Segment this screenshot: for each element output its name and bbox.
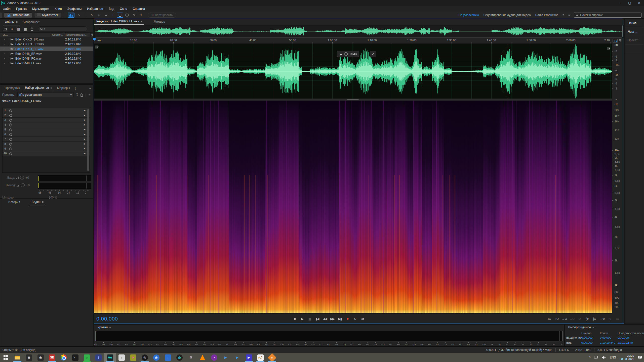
taskbar-audition[interactable]: Au	[104, 353, 116, 362]
stop-button[interactable]: ■	[292, 316, 297, 322]
power-icon[interactable]	[9, 114, 12, 117]
taskbar-media-player-1[interactable]: ◉	[23, 353, 35, 362]
tab-essential-sound[interactable]: Основ	[625, 19, 644, 27]
workspace-menu-icon[interactable]: ≡	[562, 13, 564, 17]
multitrack-button[interactable]: Мультитрек	[34, 12, 61, 18]
zoom-in-at-out-point-button[interactable]: }⊕	[591, 316, 598, 322]
selection-value[interactable]: 0:00.000	[618, 336, 629, 339]
lasso-selection-tool[interactable]: ◯	[124, 13, 130, 18]
tab-effects-rack[interactable]: Набор эффектов≡	[23, 85, 54, 91]
invert-button[interactable]: Инвертировать	[148, 13, 177, 18]
effect-slot[interactable]: 9▶	[3, 146, 90, 151]
notification-icon[interactable]	[638, 356, 642, 359]
effect-slot[interactable]: 1▶	[3, 108, 90, 113]
trash-icon[interactable]	[30, 27, 33, 31]
slot-expand-icon[interactable]: ▶	[84, 147, 86, 150]
overview-waveform[interactable]	[95, 25, 622, 37]
pause-button[interactable]: ▮▮	[307, 316, 312, 322]
spectrogram-display[interactable]	[94, 101, 612, 313]
taskbar-radio-app[interactable]: (о)	[255, 353, 266, 362]
tab-markers[interactable]: Маркеры	[55, 85, 72, 91]
preset-dropdown[interactable]: (По умолчанию)▾	[17, 92, 74, 97]
taskbar-cd-burner[interactable]: ◉	[150, 353, 162, 362]
effect-slot[interactable]: 6▶	[3, 132, 90, 137]
selection-value[interactable]: 2:10:19.840	[600, 341, 615, 344]
open-folder-icon[interactable]	[3, 27, 7, 30]
slot-expand-icon[interactable]: ▶	[84, 152, 86, 155]
slot-expand-icon[interactable]: ▶	[84, 109, 86, 112]
workspace-active[interactable]: По умолчанию	[459, 13, 479, 17]
taskbar-fl-arrow[interactable]: ➤	[127, 353, 139, 362]
slot-expand-icon[interactable]: ▶	[84, 143, 86, 145]
panel-overflow-icon[interactable]: »	[89, 86, 91, 90]
power-icon[interactable]	[9, 147, 12, 150]
slot-expand-icon[interactable]: ▶	[84, 133, 86, 135]
zoom-in-vertical-button[interactable]: ↕⊕	[546, 316, 552, 322]
fast-forward-button[interactable]: ▶▶	[330, 316, 335, 322]
menu-Мультитрек[interactable]: Мультитрек	[29, 6, 52, 12]
row-expander-icon[interactable]: ›	[4, 52, 5, 55]
volume-hud[interactable]: +0 dB	[337, 51, 359, 57]
selection-value[interactable]: 0:00.000	[581, 341, 593, 344]
taskbar-camera-app[interactable]: ◎	[139, 353, 150, 362]
selection-value[interactable]: 0:00.000	[600, 336, 611, 339]
file-row[interactable]: ›Eden.OKKO_FC.wav2:10:19.840	[0, 42, 93, 47]
pin-marker-icon[interactable]	[619, 39, 621, 42]
effects-scrollbar[interactable]	[87, 109, 89, 171]
menu-Эффекты[interactable]: Эффекты	[64, 6, 84, 12]
taskbar-magix-music[interactable]: ♫	[81, 353, 93, 362]
menu-Файл[interactable]: Файл	[0, 6, 13, 12]
new-item-icon[interactable]: ▤	[17, 27, 20, 31]
tab-mixer[interactable]: Микшер	[152, 18, 167, 25]
row-expander-icon[interactable]: ›	[4, 62, 5, 65]
tab-video[interactable]: Видео≡	[30, 199, 46, 205]
waveform-spectrum-divider[interactable]	[94, 99, 612, 101]
power-icon[interactable]	[9, 133, 12, 136]
effect-slot[interactable]: 7▶	[3, 137, 90, 142]
rewind-button[interactable]: ◀◀	[322, 316, 328, 322]
taskbar-sound-forge[interactable]: SE	[46, 353, 58, 362]
levels-title[interactable]: Уровни≡	[96, 325, 113, 330]
zoom-reset-button[interactable]: ⊘	[576, 316, 583, 322]
menu-Окно[interactable]: Окно	[117, 6, 130, 12]
power-icon[interactable]	[9, 109, 12, 112]
taskbar-media-player-2[interactable]: ◉	[35, 353, 46, 362]
ibeam-tool[interactable]: I	[110, 13, 116, 18]
menu-Избранное[interactable]: Избранное	[84, 6, 106, 12]
menu-Клип[interactable]: Клип	[52, 6, 64, 12]
show-spectrum-button[interactable]: ∿	[76, 13, 83, 18]
timeline-ruler[interactable]: чмс 10:0020:0030:0040:0050:001:00:001:10…	[94, 38, 612, 44]
toolbar-grip[interactable]	[1, 13, 2, 18]
skip-frames-button[interactable]: ⇄	[360, 316, 365, 322]
taskbar-score-editor[interactable]: ♪	[116, 353, 127, 362]
tab-clipped[interactable]: (	[73, 85, 78, 91]
close-button[interactable]: ✕	[634, 0, 644, 6]
minimize-button[interactable]: –	[615, 0, 625, 6]
taskbar-audio-tool[interactable]: ◍	[174, 353, 185, 362]
tab-explorer[interactable]: Проводник	[3, 85, 22, 91]
playhead-line[interactable]	[94, 38, 94, 313]
tab-files[interactable]: Файлы≡	[3, 19, 20, 25]
effect-slot[interactable]: 5▶	[3, 127, 90, 132]
delete-preset-icon[interactable]	[80, 93, 83, 97]
taskbar-vegas[interactable]: ▮	[93, 353, 104, 362]
slot-expand-icon[interactable]: ▶	[84, 128, 86, 131]
speaker-icon[interactable]	[602, 356, 606, 359]
zoom-vertical-alt-button[interactable]: ↕⊕	[614, 316, 620, 322]
effect-slot[interactable]: 8▶	[3, 142, 90, 146]
taskbar-terminal[interactable]: >_	[69, 353, 81, 362]
panel-menu-icon[interactable]: ≡	[109, 326, 111, 329]
menu-Справка[interactable]: Справка	[130, 6, 148, 12]
menu-Вид[interactable]: Вид	[106, 6, 117, 12]
power-icon[interactable]	[9, 138, 12, 141]
power-icon[interactable]	[9, 123, 12, 126]
taskbar-settings-gear[interactable]: ⚙	[185, 353, 197, 362]
tab-favorites[interactable]: "Избранное"	[21, 19, 42, 25]
effect-slot[interactable]: 10▶	[3, 151, 90, 156]
effect-slot[interactable]: 4▶	[3, 122, 90, 127]
move-tool[interactable]: ↖	[89, 13, 95, 18]
hud-pin-button[interactable]	[370, 51, 376, 57]
power-icon[interactable]	[9, 128, 12, 131]
power-icon[interactable]	[9, 142, 12, 146]
file-row[interactable]: ›Eden.OKKO_BR.wav2:10:19.840	[0, 37, 93, 42]
